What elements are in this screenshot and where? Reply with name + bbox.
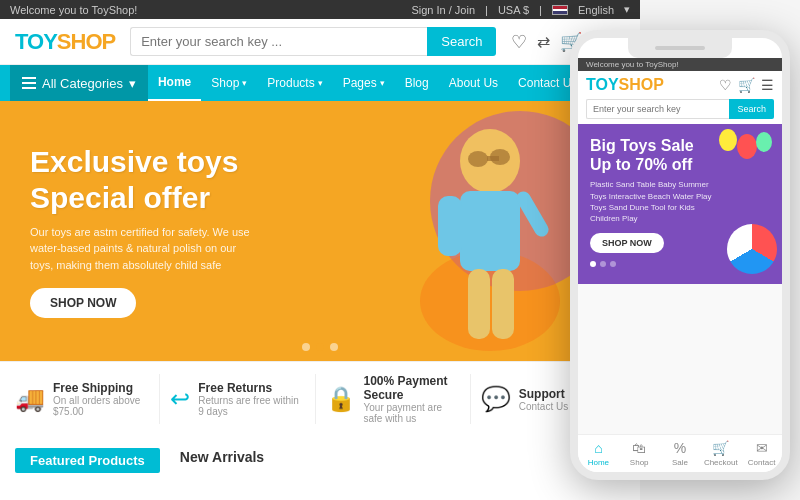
svg-rect-6 (468, 269, 490, 339)
features-bar: 🚚 Free Shipping On all orders above $75.… (0, 361, 640, 436)
mobile-bottom-nav: ⌂ Home 🛍 Shop % Sale 🛒 Checkout ✉ Contac… (578, 434, 782, 472)
hero-description: Our toys are astm certified for safety. … (30, 224, 250, 274)
header: TOYSHOP Search ♡ ⇄ 🛒 $0.00 (0, 19, 640, 65)
svg-rect-10 (487, 156, 499, 161)
shipping-title: Free Shipping (53, 381, 149, 395)
top-bar: Welcome you to ToyShop! Sign In / Join |… (0, 0, 640, 19)
mobile-dot-1[interactable] (590, 261, 596, 267)
mobile-logo-shop: SHOP (619, 76, 664, 93)
new-arrivals-section: New Arrivals (180, 448, 264, 473)
svg-point-1 (420, 251, 560, 351)
feature-payment: 🔒 100% Payment Secure Your payment are s… (326, 374, 471, 424)
featured-products-title: Featured Products (15, 448, 160, 473)
hero-banner: Exclusive toys Special offer Our toys ar… (0, 101, 640, 361)
svg-rect-4 (438, 196, 462, 256)
payment-desc: Your payment are safe with us (364, 402, 460, 424)
mobile-logo-toy: TOY (586, 76, 619, 93)
nav-shop[interactable]: Shop ▾ (201, 65, 257, 101)
categories-dropdown[interactable]: All Categories ▾ (10, 65, 148, 101)
sale-icon: % (674, 440, 686, 456)
main-nav: All Categories ▾ Home Shop ▾ Products ▾ … (0, 65, 640, 101)
mobile-top-bar: Welcome you to ToyShop! (578, 58, 782, 71)
sign-in-link[interactable]: Sign In / Join (411, 4, 475, 16)
language-arrow: ▾ (624, 3, 630, 16)
support-desc: Contact Us (519, 401, 568, 412)
hero-dot-1[interactable] (302, 343, 310, 351)
mobile-header-icons: ♡ 🛒 ☰ (719, 77, 774, 93)
mobile-dot-2[interactable] (600, 261, 606, 267)
hero-content: Exclusive toys Special offer Our toys ar… (0, 124, 280, 339)
hero-decoration (290, 101, 610, 361)
support-title: Support (519, 387, 568, 401)
phone-notch (628, 38, 732, 58)
mobile-nav-sale-label: Sale (672, 458, 688, 467)
shipping-icon: 🚚 (15, 385, 45, 413)
logo-shop: SHOP (57, 29, 115, 54)
nav-products[interactable]: Products ▾ (257, 65, 332, 101)
mobile-nav-shop-label: Shop (630, 458, 649, 467)
mobile-content: Welcome you to ToyShop! TOYSHOP ♡ 🛒 ☰ Se… (578, 58, 782, 472)
search-button[interactable]: Search (427, 27, 496, 56)
bottom-section: Featured Products New Arrivals (0, 436, 640, 485)
mobile-logo[interactable]: TOYSHOP (586, 76, 664, 94)
nav-pages[interactable]: Pages ▾ (333, 65, 395, 101)
shop-now-button[interactable]: SHOP NOW (30, 288, 136, 318)
categories-arrow: ▾ (129, 76, 136, 91)
shop-icon: 🛍 (632, 440, 646, 456)
mobile-search-button[interactable]: Search (729, 99, 774, 119)
contact-icon: ✉ (756, 440, 768, 456)
mobile-hero-desc: Plastic Sand Table Baby Summer Toys Inte… (590, 179, 720, 224)
desktop-site: Welcome you to ToyShop! Sign In / Join |… (0, 0, 640, 500)
svg-point-2 (460, 129, 520, 193)
mobile-hero: Big Toys Sale Up to 70% off Plastic Sand… (578, 124, 782, 284)
mobile-device: Welcome you to ToyShop! TOYSHOP ♡ 🛒 ☰ Se… (570, 30, 790, 480)
language-selector[interactable]: English (578, 4, 614, 16)
wishlist-icon[interactable]: ♡ (511, 31, 527, 53)
search-bar: Search (130, 27, 496, 56)
svg-rect-5 (514, 189, 551, 239)
mobile-hero-ball (727, 224, 777, 274)
logo[interactable]: TOYSHOP (15, 29, 115, 55)
home-icon: ⌂ (594, 440, 602, 456)
nav-home[interactable]: Home (148, 65, 201, 101)
checkout-icon: 🛒 (712, 440, 729, 456)
phone-speaker (655, 46, 705, 50)
mobile-nav-sale[interactable]: % Sale (660, 440, 701, 467)
hero-dot-2[interactable] (316, 343, 324, 351)
returns-desc: Returns are free within 9 days (198, 395, 304, 417)
compare-icon[interactable]: ⇄ (537, 32, 550, 51)
nav-links: Home Shop ▾ Products ▾ Pages ▾ Blog Abou… (148, 65, 588, 101)
mobile-dot-3[interactable] (610, 261, 616, 267)
hamburger-icon (22, 77, 36, 89)
mobile-nav-contact[interactable]: ✉ Contact (741, 440, 782, 467)
mobile-balloon-red (737, 134, 757, 159)
new-arrivals-title: New Arrivals (180, 449, 264, 465)
nav-blog[interactable]: Blog (395, 65, 439, 101)
svg-point-9 (490, 149, 510, 165)
mobile-nav-checkout[interactable]: 🛒 Checkout (700, 440, 741, 467)
mobile-balloon-green (756, 132, 772, 152)
returns-title: Free Returns (198, 381, 304, 395)
payment-title: 100% Payment Secure (364, 374, 460, 402)
nav-about[interactable]: About Us (439, 65, 508, 101)
currency-selector[interactable]: USA $ (498, 4, 529, 16)
svg-rect-7 (492, 269, 514, 339)
hero-title: Exclusive toys Special offer (30, 144, 250, 216)
hero-dots (302, 343, 338, 351)
shipping-desc: On all orders above $75.00 (53, 395, 149, 417)
mobile-cart-icon[interactable]: 🛒 (738, 77, 755, 93)
categories-label: All Categories (42, 76, 123, 91)
svg-rect-3 (460, 191, 520, 271)
search-input[interactable] (130, 27, 427, 56)
mobile-menu-icon[interactable]: ☰ (761, 77, 774, 93)
mobile-nav-home-label: Home (588, 458, 609, 467)
mobile-nav-home[interactable]: ⌂ Home (578, 440, 619, 467)
mobile-nav-shop[interactable]: 🛍 Shop (619, 440, 660, 467)
hero-dot-3[interactable] (330, 343, 338, 351)
mobile-wishlist-icon[interactable]: ♡ (719, 77, 732, 93)
mobile-search: Search (586, 99, 774, 119)
feature-shipping: 🚚 Free Shipping On all orders above $75.… (15, 374, 160, 424)
mobile-search-input[interactable] (586, 99, 729, 119)
support-icon: 💬 (481, 385, 511, 413)
mobile-shop-now-button[interactable]: SHOP NOW (590, 233, 664, 253)
